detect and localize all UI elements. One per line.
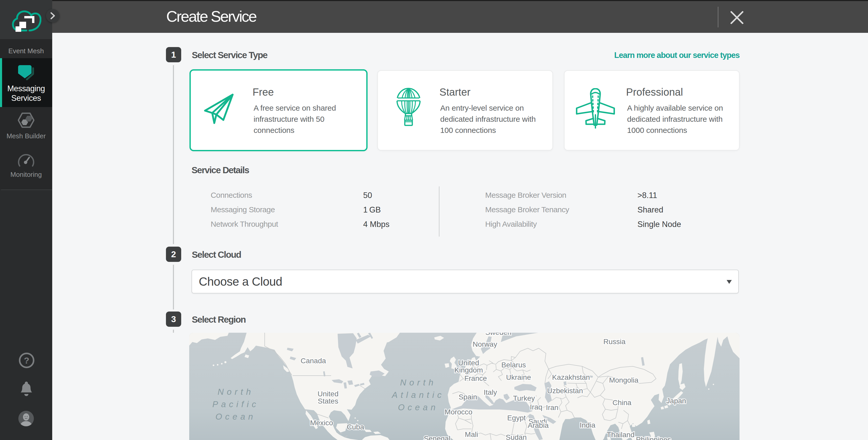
- svg-text:Ukraine: Ukraine: [506, 373, 531, 381]
- svg-text:Ocean: Ocean: [398, 403, 438, 412]
- svg-text:States: States: [318, 397, 338, 405]
- svg-text:Uzbekistan: Uzbekistan: [547, 387, 583, 395]
- svg-text:Japan: Japan: [666, 397, 686, 405]
- svg-text:Russia: Russia: [603, 338, 625, 346]
- svg-text:India: India: [580, 421, 595, 429]
- svg-text:Thailand: Thailand: [607, 431, 634, 439]
- svg-text:Canada: Canada: [301, 357, 326, 365]
- svg-text:Iraq: Iraq: [530, 403, 542, 411]
- svg-text:Spain: Spain: [459, 393, 477, 401]
- svg-text:Belarus: Belarus: [501, 361, 526, 369]
- svg-text:Sudan: Sudan: [506, 433, 527, 440]
- svg-text:Sweden: Sweden: [485, 333, 511, 336]
- svg-text:Senegal: Senegal: [424, 435, 451, 440]
- svg-text:Mali: Mali: [465, 431, 478, 438]
- svg-text:North: North: [218, 387, 254, 397]
- svg-text:?: ?: [24, 355, 29, 365]
- svg-text:Norway: Norway: [473, 340, 497, 348]
- svg-text:Arabia: Arabia: [528, 421, 549, 430]
- svg-text:Kazakhstan: Kazakhstan: [552, 373, 590, 381]
- svg-text:North: North: [400, 378, 437, 387]
- svg-text:Turkey: Turkey: [513, 394, 535, 402]
- svg-text:Cuba: Cuba: [347, 423, 364, 431]
- svg-text:United: United: [318, 390, 339, 398]
- svg-text:Atlantic: Atlantic: [391, 390, 444, 400]
- svg-text:Iran: Iran: [546, 404, 558, 412]
- svg-text:Philippines: Philippines: [636, 436, 671, 440]
- svg-text:Morocco: Morocco: [444, 408, 472, 416]
- svg-text:China: China: [612, 399, 631, 407]
- svg-text:France: France: [464, 374, 487, 382]
- svg-text:Ocean: Ocean: [215, 412, 256, 421]
- svg-text:Pacific: Pacific: [212, 400, 259, 409]
- svg-text:Kingdom: Kingdom: [455, 366, 483, 374]
- svg-text:Egypt: Egypt: [507, 414, 526, 422]
- svg-text:Mongolia: Mongolia: [609, 376, 639, 384]
- svg-text:United: United: [458, 359, 479, 367]
- svg-text:Mexico: Mexico: [310, 419, 333, 427]
- svg-text:Italy: Italy: [484, 388, 497, 396]
